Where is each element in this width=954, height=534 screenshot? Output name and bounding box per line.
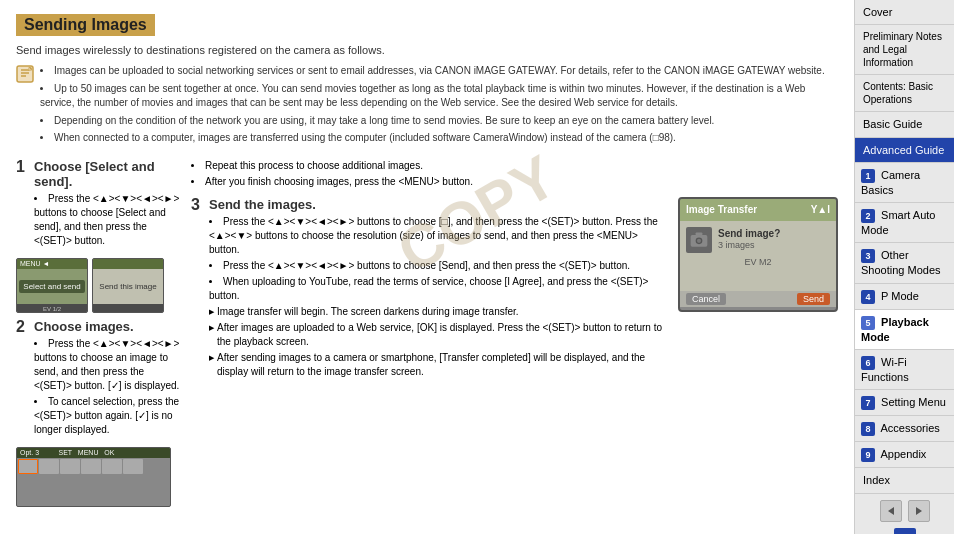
step-1-bullet: Press the <▲><▼><◄><►> buttons to choose… [34, 192, 181, 248]
right-bullet-2: After you finish choosing images, press … [191, 175, 838, 189]
sidebar-item-label: Appendix [880, 448, 926, 460]
sidebar-num: 6 [861, 356, 875, 370]
step-3-arrow-1: Image transfer will begin. The screen da… [209, 305, 668, 319]
step-2-bullets: Press the <▲><▼><◄><►> buttons to choose… [34, 337, 181, 437]
sidebar-num: 3 [861, 249, 875, 263]
sidebar-item-prelim[interactable]: Preliminary Notes and Legal Information [855, 25, 954, 75]
sidebar-item-label: Cover [863, 6, 892, 18]
camera-icon [686, 227, 712, 253]
sidebar-item-label: Setting Menu [881, 396, 946, 408]
step-3-content: Send the images. Press the <▲><▼><◄><►> … [209, 197, 668, 381]
prev-page-button[interactable] [880, 500, 902, 522]
sidebar-item-label: Advanced Guide [863, 144, 944, 156]
return-button[interactable] [894, 528, 916, 534]
right-bullets: Repeat this process to choose additional… [191, 159, 838, 189]
screen-count: 3 images [718, 240, 780, 252]
sidebar-num: 5 [861, 316, 875, 330]
image-grid-screen: Opt. 3 SET MENU OK [16, 447, 181, 507]
left-column: 1 Choose [Select and send]. Press the <▲… [16, 159, 181, 513]
sidebar: Cover Preliminary Notes and Legal Inform… [854, 0, 954, 534]
step-3-num: 3 [191, 197, 205, 381]
note-item: Depending on the condition of the networ… [40, 114, 838, 129]
step-3-bullet-1: Press the <▲><▼><◄><►> buttons to choose… [209, 215, 668, 257]
sidebar-num: 9 [861, 448, 875, 462]
step-1-title: Choose [Select and send]. [34, 159, 181, 189]
screen-content-row: Send image? 3 images [686, 227, 830, 253]
sidebar-item-other-modes[interactable]: 3 Other Shooting Modes [855, 243, 954, 283]
page-title-bar: Sending Images [16, 14, 155, 36]
sidebar-num: 1 [861, 169, 875, 183]
note-icon: ✎ [16, 65, 34, 83]
step-2-bullet-2: To cancel selection, press the <(SET)> b… [34, 395, 181, 437]
svg-marker-10 [888, 507, 894, 515]
screen-label: Send this image [92, 258, 164, 313]
screen-text: Send image? 3 images [718, 227, 780, 252]
step-2: 2 Choose images. Press the <▲><▼><◄><►> … [16, 319, 181, 439]
screen-top-right: Y▲l [811, 204, 830, 215]
step-1: 1 Choose [Select and send]. Press the <▲… [16, 159, 181, 250]
step-3-bullet-2: Press the <▲><▼><◄><►> buttons to choose… [209, 259, 668, 273]
sidebar-navigation [855, 494, 954, 528]
sidebar-item-contents[interactable]: Contents: Basic Operations [855, 75, 954, 112]
note-item: Up to 50 images can be sent together at … [40, 82, 838, 111]
image-grid: Opt. 3 SET MENU OK [16, 447, 171, 507]
screen-thumbnails: MENU ◄ Select and send EV 1/2 Send this … [16, 258, 181, 313]
sidebar-item-cover[interactable]: Cover [855, 0, 954, 25]
main-content: Sending Images Send images wirelessly to… [0, 0, 854, 534]
screen-resolution: EV M2 [686, 257, 830, 267]
step-3-bullet-3: When uploading to YouTube, read the term… [209, 275, 668, 303]
sidebar-item-label: Contents: Basic Operations [863, 81, 933, 105]
step-3-bullets: Press the <▲><▼><◄><►> buttons to choose… [209, 215, 668, 303]
screen-title: Image Transfer [686, 204, 757, 215]
svg-marker-11 [916, 507, 922, 515]
sidebar-num: 8 [861, 422, 875, 436]
step-2-num: 2 [16, 319, 30, 439]
screen-body: Send image? 3 images EV M2 [680, 221, 836, 291]
note-item: Images can be uploaded to social network… [40, 64, 838, 79]
right-column: Repeat this process to choose additional… [191, 159, 838, 513]
sidebar-item-accessories[interactable]: 8 Accessories [855, 416, 954, 442]
step-2-title: Choose images. [34, 319, 181, 334]
step-2-content: Choose images. Press the <▲><▼><◄><►> bu… [34, 319, 181, 439]
step-1-num: 1 [16, 159, 30, 250]
step-3-title: Send the images. [209, 197, 668, 212]
sidebar-item-label: Basic Guide [863, 118, 922, 130]
send-button-screen: Send [797, 293, 830, 305]
sidebar-item-index[interactable]: Index [855, 468, 954, 493]
step-2-bullet-1: Press the <▲><▼><◄><►> buttons to choose… [34, 337, 181, 393]
step-3: 3 Send the images. Press the <▲><▼><◄><►… [191, 197, 668, 381]
next-page-button[interactable] [908, 500, 930, 522]
note-list: Images can be uploaded to social network… [40, 64, 838, 149]
sidebar-num: 4 [861, 290, 875, 304]
sidebar-item-p-mode[interactable]: 4 P Mode [855, 284, 954, 310]
svg-point-8 [697, 238, 701, 242]
screen-image: Image Transfer Y▲l [678, 197, 838, 312]
note-item: When connected to a computer, images are… [40, 131, 838, 146]
sidebar-num: 2 [861, 209, 875, 223]
sidebar-item-playback[interactable]: 5 Playback Mode [855, 310, 954, 350]
sidebar-item-setting-menu[interactable]: 7 Setting Menu [855, 390, 954, 416]
sidebar-item-camera-basics[interactable]: 1 Camera Basics [855, 163, 954, 203]
sidebar-num: 7 [861, 396, 875, 410]
screen-label: Send image? [718, 227, 780, 240]
right-bullet-1: Repeat this process to choose additional… [191, 159, 838, 173]
page-title: Sending Images [24, 16, 147, 34]
step-3-arrows: Image transfer will begin. The screen da… [209, 305, 668, 379]
sidebar-item-label: Accessories [880, 422, 939, 434]
sidebar-item-advanced-guide[interactable]: Advanced Guide [855, 138, 954, 163]
sidebar-item-appendix[interactable]: 9 Appendix [855, 442, 954, 468]
two-col-layout: 1 Choose [Select and send]. Press the <▲… [16, 159, 838, 513]
svg-text:✎: ✎ [28, 67, 31, 72]
note-box: ✎ Images can be uploaded to social netwo… [16, 64, 838, 149]
sidebar-item-wifi[interactable]: 6 Wi-Fi Functions [855, 350, 954, 390]
screen-bottom-bar: Cancel Send [680, 291, 836, 307]
cancel-button-screen: Cancel [686, 293, 726, 305]
step-1-content: Choose [Select and send]. Press the <▲><… [34, 159, 181, 250]
sidebar-item-smart-auto[interactable]: 2 Smart Auto Mode [855, 203, 954, 243]
sidebar-item-basic-guide[interactable]: Basic Guide [855, 112, 954, 137]
screen-top-bar: Image Transfer Y▲l [680, 199, 836, 221]
svg-rect-9 [696, 232, 703, 235]
sidebar-item-label: Preliminary Notes and Legal Information [863, 31, 942, 68]
sidebar-item-label: P Mode [881, 290, 919, 302]
sidebar-item-label: Index [863, 474, 890, 486]
